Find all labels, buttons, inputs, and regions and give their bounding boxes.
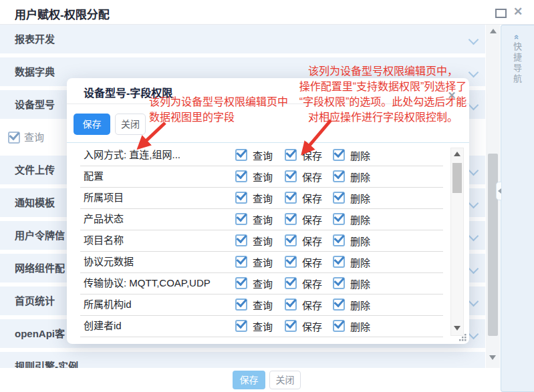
delete-label: 删除 bbox=[350, 148, 370, 162]
query-label: 查询 bbox=[253, 191, 273, 205]
sidebar-item-label: 文件上传 bbox=[15, 156, 55, 184]
query-label: 查询 bbox=[253, 234, 273, 248]
modal-save-button[interactable]: 保存 bbox=[74, 114, 110, 135]
field-name: 入网方式: 直连,组网... bbox=[84, 145, 180, 165]
query-permission-checkbox[interactable] bbox=[235, 213, 247, 225]
chevron-down-icon[interactable] bbox=[469, 264, 479, 274]
save-label: 保存 bbox=[302, 191, 322, 205]
table-row: 配置 查询 保存 删除 bbox=[80, 166, 443, 188]
field-name: 传输协议: MQTT,COAP,UDP bbox=[84, 273, 211, 293]
query-permission-checkbox[interactable] bbox=[235, 320, 247, 332]
query-permission-checkbox[interactable] bbox=[235, 170, 247, 182]
modal-scrollbar[interactable] bbox=[450, 148, 464, 336]
query-label: 查询 bbox=[253, 148, 273, 162]
arrow-left-icon bbox=[498, 188, 501, 194]
field-name: 所属项目 bbox=[84, 188, 124, 208]
query-label: 查询 bbox=[253, 298, 273, 312]
scroll-down-icon[interactable] bbox=[489, 355, 496, 360]
modal-table-divider bbox=[67, 142, 469, 143]
delete-label: 删除 bbox=[350, 191, 370, 205]
annotation-line: 该列为设备型号权限编辑页中， bbox=[289, 63, 477, 79]
save-permission-checkbox[interactable] bbox=[285, 213, 297, 225]
annotation-left: 该列为设备型号权限编辑页中 数据视图里的字段 bbox=[149, 94, 288, 125]
save-button[interactable]: 保存 bbox=[233, 371, 265, 389]
chevron-down-icon[interactable] bbox=[469, 198, 479, 209]
page-footer: 保存 关闭 bbox=[0, 368, 500, 392]
maximize-icon[interactable] bbox=[495, 9, 507, 18]
delete-permission-checkbox[interactable] bbox=[333, 170, 345, 182]
chevron-down-icon[interactable] bbox=[469, 231, 479, 242]
annotation-line: 该列为设备型号权限编辑页中 bbox=[149, 94, 288, 110]
save-label: 保存 bbox=[302, 148, 322, 162]
close-button[interactable]: 关闭 bbox=[269, 371, 301, 389]
close-window-icon[interactable]: ✕ bbox=[511, 4, 525, 20]
delete-label: 删除 bbox=[350, 319, 370, 333]
field-name: 创建者id bbox=[84, 316, 122, 336]
sidebar-item-label: 首页统计 bbox=[15, 286, 55, 315]
save-permission-checkbox[interactable] bbox=[285, 320, 297, 332]
field-name: 项目名称 bbox=[84, 230, 124, 250]
field-name: 产品状态 bbox=[84, 209, 124, 229]
delete-permission-checkbox[interactable] bbox=[333, 299, 345, 311]
query-permission-checkbox[interactable] bbox=[235, 234, 247, 246]
save-permission-checkbox[interactable] bbox=[285, 192, 297, 204]
delete-label: 删除 bbox=[350, 212, 370, 226]
save-label: 保存 bbox=[302, 276, 322, 290]
delete-permission-checkbox[interactable] bbox=[333, 256, 345, 268]
scroll-up-icon[interactable] bbox=[490, 29, 497, 33]
save-label: 保存 bbox=[302, 255, 322, 269]
quick-nav-collapse-handle[interactable] bbox=[496, 182, 502, 200]
window-titlebar: 用户赋权-权限分配 ✕ bbox=[0, 0, 534, 25]
chevron-down-icon[interactable] bbox=[469, 35, 479, 45]
field-name: 配置 bbox=[84, 166, 104, 186]
chevron-down-icon[interactable] bbox=[469, 329, 479, 340]
delete-permission-checkbox[interactable] bbox=[333, 192, 345, 204]
table-row: 协议元数据 查询 保存 删除 bbox=[80, 252, 443, 273]
delete-permission-checkbox[interactable] bbox=[333, 320, 345, 332]
sidebar-item-report-dev[interactable]: 报表开发 bbox=[0, 25, 485, 53]
quick-nav-panel[interactable]: «快捷导航 bbox=[501, 25, 534, 392]
save-label: 保存 bbox=[302, 319, 322, 333]
annotation-line: 操作配置里“支持数据权限”列选择了 bbox=[289, 79, 477, 94]
save-permission-checkbox[interactable] bbox=[285, 299, 297, 311]
annotation-line: 数据视图里的字段 bbox=[149, 110, 288, 125]
sidebar-item-label: 报表开发 bbox=[15, 25, 55, 53]
modal-close-button[interactable]: 关闭 bbox=[115, 114, 146, 135]
query-label: 查询 bbox=[253, 212, 273, 226]
query-label: 查询 bbox=[253, 170, 273, 184]
quick-nav-text: 快捷导航 bbox=[512, 41, 522, 84]
save-permission-checkbox[interactable] bbox=[285, 149, 297, 161]
chevron-down-icon[interactable] bbox=[469, 297, 479, 307]
collapse-left-icon[interactable]: « bbox=[512, 35, 522, 41]
delete-label: 删除 bbox=[350, 234, 370, 248]
save-permission-checkbox[interactable] bbox=[285, 256, 297, 268]
delete-permission-checkbox[interactable] bbox=[333, 234, 345, 246]
field-name: 协议元数据 bbox=[84, 252, 134, 272]
delete-permission-checkbox[interactable] bbox=[333, 149, 345, 161]
query-permission-checkbox[interactable] bbox=[235, 149, 247, 161]
annotation-right: 该列为设备型号权限编辑页中， 操作配置里“支持数据权限”列选择了 “字段权限”的… bbox=[289, 63, 477, 125]
chevron-down-icon[interactable] bbox=[469, 166, 479, 176]
sidebar-item-label: 数据字典 bbox=[15, 57, 55, 86]
scrollbar-thumb[interactable] bbox=[488, 154, 498, 336]
scrollbar-thumb[interactable] bbox=[452, 163, 462, 193]
scroll-down-icon[interactable] bbox=[454, 326, 460, 331]
table-row: 所属机构id 查询 保存 删除 bbox=[80, 295, 443, 316]
query-checkbox-checked[interactable] bbox=[8, 132, 20, 144]
table-row: 项目名称 查询 保存 删除 bbox=[80, 230, 443, 252]
sidebar-item-label: 网络组件配 bbox=[15, 254, 65, 282]
resize-grip-icon[interactable] bbox=[456, 331, 467, 342]
save-permission-checkbox[interactable] bbox=[285, 170, 297, 182]
query-permission-checkbox[interactable] bbox=[235, 299, 247, 311]
delete-permission-checkbox[interactable] bbox=[333, 213, 345, 225]
query-label: 查询 bbox=[253, 276, 273, 290]
delete-permission-checkbox[interactable] bbox=[333, 277, 345, 289]
scroll-up-icon[interactable] bbox=[454, 152, 460, 156]
query-permission-checkbox[interactable] bbox=[235, 277, 247, 289]
save-permission-checkbox[interactable] bbox=[285, 277, 297, 289]
query-permission-checkbox[interactable] bbox=[235, 192, 247, 204]
query-permission-checkbox[interactable] bbox=[235, 256, 247, 268]
field-name: 所属机构id bbox=[84, 295, 132, 315]
save-permission-checkbox[interactable] bbox=[285, 234, 297, 246]
annotation-line: 对相应操作进行字段权限控制。 bbox=[289, 110, 477, 125]
